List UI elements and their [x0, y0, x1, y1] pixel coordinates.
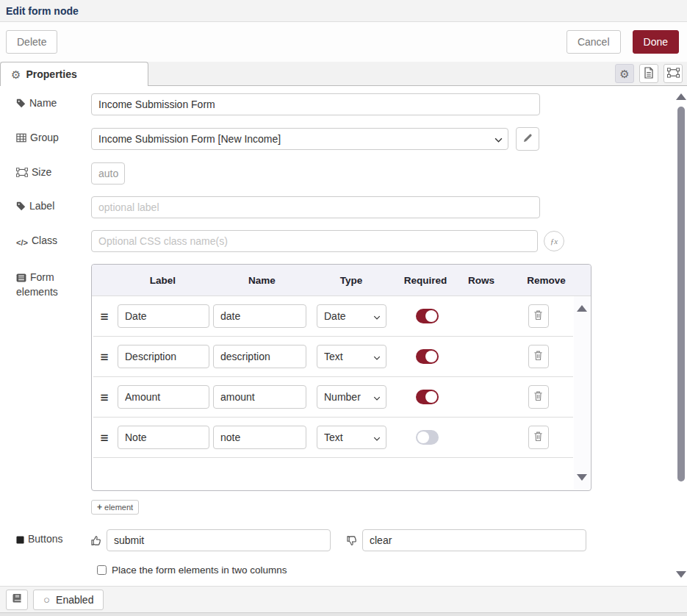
group-select[interactable]: Income Submission Form [New Income]: [91, 128, 508, 150]
dynamic-class-button[interactable]: ƒx: [544, 231, 564, 251]
required-toggle[interactable]: [416, 430, 439, 445]
element-row: ≡ Text: [93, 337, 573, 377]
name-label: Name: [6, 97, 91, 112]
buttons-label: Buttons: [6, 533, 91, 548]
trash-icon: [533, 390, 543, 404]
two-columns-label: Place the form elements in two columns: [112, 565, 287, 576]
list-icon: [16, 273, 26, 286]
element-type-select[interactable]: Number: [317, 385, 386, 409]
element-label-input[interactable]: [118, 426, 209, 449]
element-name-input[interactable]: [213, 426, 306, 449]
size-auto-button[interactable]: auto: [91, 162, 125, 185]
group-row: Group Income Submission Form [New Income…: [6, 127, 675, 151]
object-group-icon: [16, 168, 28, 181]
col-remove: Remove: [502, 275, 591, 286]
submit-button-input[interactable]: [107, 529, 331, 551]
name-row: Name: [6, 93, 675, 115]
dialog-title: Edit form node: [6, 5, 79, 17]
delete-button[interactable]: Delete: [6, 30, 57, 54]
table-scrollbar[interactable]: [574, 296, 590, 490]
object-group-icon: [667, 68, 680, 80]
required-toggle[interactable]: [416, 349, 439, 364]
content-wrap: Name Group Income Submission Form [New I…: [0, 86, 687, 586]
cancel-button[interactable]: Cancel: [566, 30, 621, 54]
tag-icon: [16, 99, 26, 112]
edit-group-button[interactable]: [516, 127, 539, 151]
elements-table-body: ≡ Date: [92, 296, 591, 490]
remove-element-button[interactable]: [528, 304, 549, 328]
size-row: Size auto: [6, 162, 675, 185]
scroll-up-icon[interactable]: [577, 305, 587, 312]
element-type-select[interactable]: Date: [317, 304, 386, 328]
dialog-footer: ○ Enabled: [0, 586, 687, 612]
required-toggle[interactable]: [416, 309, 439, 323]
node-enabled-toggle[interactable]: ○ Enabled: [33, 590, 104, 610]
description-tab-button[interactable]: [639, 64, 658, 83]
drag-handle-icon[interactable]: ≡: [93, 309, 115, 323]
label-input[interactable]: [91, 196, 540, 218]
required-toggle[interactable]: [416, 390, 439, 404]
buttons-row: Buttons: [6, 529, 675, 551]
element-label-input[interactable]: [118, 385, 209, 409]
main-scrollbar[interactable]: [675, 86, 687, 586]
tab-properties[interactable]: ⚙ Properties: [0, 62, 148, 86]
done-button[interactable]: Done: [633, 30, 679, 54]
element-name-input[interactable]: [213, 385, 306, 409]
bottom-strip: [0, 612, 687, 616]
drag-handle-icon[interactable]: ≡: [93, 431, 115, 445]
thumbs-down-icon: [347, 535, 358, 546]
add-element-button[interactable]: + element: [91, 500, 139, 515]
drag-handle-icon[interactable]: ≡: [93, 390, 115, 404]
scroll-up-icon[interactable]: [676, 93, 686, 100]
table-empty-space: [92, 458, 573, 490]
tab-icon-group: ⚙: [615, 64, 683, 83]
node-help-button[interactable]: [6, 590, 28, 610]
table-icon: [16, 133, 26, 146]
group-label: Group: [6, 132, 91, 146]
action-button-row: Delete Cancel Done: [0, 22, 687, 62]
status-circle-icon: ○: [43, 594, 50, 605]
trash-icon: [533, 309, 543, 323]
thumbs-up-icon: [91, 535, 102, 546]
two-columns-checkbox[interactable]: [97, 565, 107, 575]
remove-element-button[interactable]: [528, 345, 549, 368]
code-icon: </>: [16, 238, 28, 248]
trash-icon: [533, 350, 543, 363]
element-row: ≡ Date: [93, 296, 573, 337]
element-name-input[interactable]: [213, 345, 306, 368]
scroll-down-icon[interactable]: [577, 474, 587, 481]
element-label-input[interactable]: [118, 345, 209, 368]
name-input[interactable]: [91, 93, 540, 115]
scrollbar-thumb[interactable]: [677, 107, 685, 481]
tag-icon: [16, 201, 26, 215]
properties-tab-button[interactable]: ⚙: [615, 64, 634, 83]
element-label-input[interactable]: [118, 304, 209, 328]
col-rows: Rows: [461, 275, 502, 286]
element-type-select[interactable]: Text: [317, 426, 386, 449]
form-elements-editor: Label Name Type Required Rows Remove: [91, 264, 591, 515]
drag-handle-icon[interactable]: ≡: [93, 350, 115, 364]
label-row: Label: [6, 196, 675, 218]
col-name: Name: [212, 275, 312, 286]
document-icon: [644, 67, 654, 81]
class-input[interactable]: [91, 230, 538, 252]
elements-table-header: Label Name Type Required Rows Remove: [92, 265, 591, 296]
square-icon: [16, 534, 24, 548]
two-columns-option: Place the form elements in two columns: [97, 565, 675, 576]
form-elements-label: Form elements: [6, 264, 91, 298]
remove-element-button[interactable]: [528, 426, 549, 449]
appearance-tab-button[interactable]: [663, 64, 683, 83]
element-type-select[interactable]: Text: [317, 345, 386, 368]
form-elements-row: Form elements Label Name Type Required R…: [6, 264, 675, 515]
element-name-input[interactable]: [213, 304, 306, 328]
edit-form-node-dialog: Edit form node Delete Cancel Done ⚙ Prop…: [0, 0, 687, 616]
pencil-icon: [523, 133, 533, 145]
gear-icon: ⚙: [11, 69, 21, 80]
clear-button-input[interactable]: [362, 529, 586, 551]
gear-icon: ⚙: [619, 68, 629, 79]
scroll-down-icon[interactable]: [676, 571, 686, 578]
remove-element-button[interactable]: [528, 385, 549, 409]
class-row: </>Class ƒx: [6, 230, 675, 252]
element-row: ≡ Text: [93, 418, 573, 458]
dialog-header: Edit form node: [0, 0, 687, 22]
